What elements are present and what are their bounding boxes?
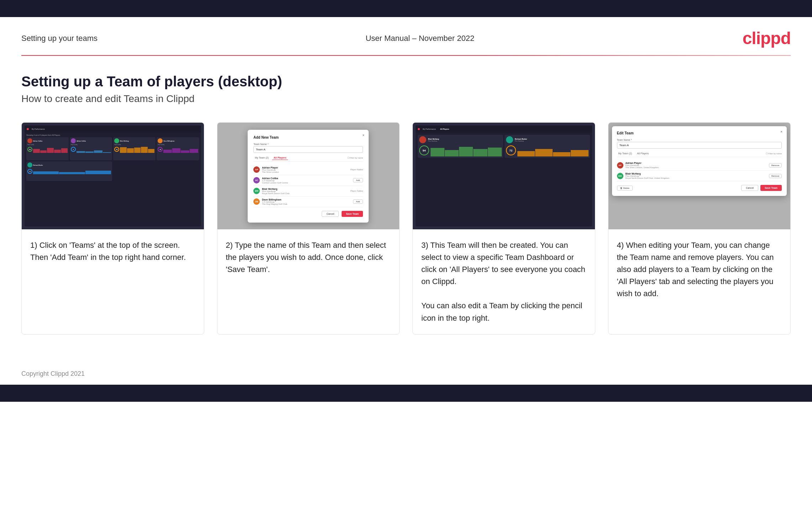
footer: Copyright Clippd 2021 [0, 363, 812, 385]
avatar: AP [617, 162, 623, 169]
card-1-text: 1) Click on 'Teams' at the top of the sc… [22, 229, 204, 334]
modal-close-icon[interactable]: × [362, 133, 364, 137]
edit-tab-all-players[interactable]: All Players [636, 151, 650, 155]
avatar: AP [253, 166, 260, 173]
team-name-label: Team Name * [253, 143, 363, 145]
card-1-screenshot: My Performance Showing 4 out of 4 player… [22, 123, 204, 229]
add-player-button[interactable]: Add [353, 199, 363, 204]
cards-grid: My Performance Showing 4 out of 4 player… [21, 122, 791, 335]
avatar-4 [158, 138, 163, 143]
delete-button[interactable]: 🗑 Delete [617, 186, 633, 191]
avatar: BM [617, 173, 623, 179]
card-3: My Performance All Players Blair McHarg … [412, 122, 595, 335]
card-4: Edit Team × Team Name * Team A My Team (… [608, 122, 791, 335]
page-subtitle: How to create and edit Teams in Clippd [21, 93, 791, 105]
card-2-screenshot: Add New Team × Team Name * Team A My Tea… [217, 123, 400, 229]
avatar-2 [71, 138, 76, 143]
edit-modal-footer: 🗑 Delete Cancel Save Team [617, 185, 782, 191]
modal-tabs: My Team (2) All Players ☐ Filter by name [253, 156, 363, 162]
ss3-player-card-2: Richard Butler Plus Handicap 72 [505, 135, 590, 158]
edit-filter[interactable]: ☐ Filter by name [766, 152, 782, 155]
edit-modal-tabs: My Team (2) All Players ☐ Filter by name [617, 151, 782, 157]
modal-footer: Cancel Save Team [253, 211, 363, 217]
edit-modal-title: Edit Team [617, 131, 782, 135]
bottom-bar [0, 385, 812, 402]
edit-save-team-button[interactable]: Save Team [760, 185, 782, 191]
list-item: AP Adrian Player Plus Handicap The Shire… [253, 165, 363, 175]
card-4-text: 4) When editing your Team, you can chang… [608, 229, 791, 334]
nav-dot [27, 128, 29, 130]
edit-player-list: AP Adrian Player Plus Handicap The Shire… [617, 160, 782, 181]
remove-player-button[interactable]: Remove [769, 174, 782, 178]
cancel-button[interactable]: Cancel [322, 211, 339, 217]
copyright-label: Copyright Clippd 2021 [21, 370, 85, 377]
header-manual-label: User Manual – November 2022 [365, 34, 474, 43]
header-section-label: Setting up your teams [21, 34, 97, 43]
avatar-5 [27, 162, 32, 167]
header: Setting up your teams User Manual – Nove… [0, 17, 812, 55]
player-list: AP Adrian Player Plus Handicap The Shire… [253, 165, 363, 207]
ss3-player-card-1: Blair McHarg Plus Handicap 94 [418, 135, 503, 158]
card-2-text: 2) Type the name of this Team and then s… [217, 229, 400, 334]
tab-all-players[interactable]: All Players [272, 156, 288, 160]
avatar: BM [253, 188, 260, 194]
tab-my-team[interactable]: My Team (2) [253, 156, 270, 160]
edit-team-name-input[interactable]: Team A [617, 142, 782, 149]
edit-modal-close-icon[interactable]: × [780, 130, 782, 134]
player-added-label: Player Added [350, 169, 363, 171]
avatar-1 [27, 138, 32, 143]
nav-label: My Performance [32, 128, 45, 130]
team-name-input[interactable]: Team A [253, 146, 363, 153]
nav-bar: My Performance All Players [416, 126, 592, 133]
avatar-3 [114, 138, 119, 143]
add-player-button[interactable]: Add [353, 178, 363, 182]
avatar: AC [253, 177, 260, 183]
edit-team-modal: Edit Team × Team Name * Team A My Team (… [612, 126, 787, 196]
card-3-text: 3) This Team will then be created. You c… [413, 229, 595, 334]
save-team-button[interactable]: Save Team [342, 211, 363, 217]
edit-team-name-label: Team Name * [617, 139, 782, 141]
list-item: BM Blair McHarg Plus Handicap Royal Nort… [617, 171, 782, 181]
modal-title: Add New Team [253, 135, 363, 139]
card-2: Add New Team × Team Name * Team A My Tea… [217, 122, 400, 335]
card-3-screenshot: My Performance All Players Blair McHarg … [413, 123, 595, 229]
ss1-subtitle: Showing 4 out of 4 players from All Play… [26, 134, 199, 136]
list-item: AC Adrian Coliba 1.5 Handicap Central Lo… [253, 175, 363, 186]
list-item: AP Adrian Player Plus Handicap The Shire… [617, 160, 782, 171]
player-added-label: Player Added [350, 190, 363, 192]
edit-cancel-button[interactable]: Cancel [741, 185, 758, 191]
list-item: DB Dave Billingham 1.5 Handicap The Dog … [253, 197, 363, 207]
card-4-screenshot: Edit Team × Team Name * Team A My Team (… [608, 123, 791, 229]
edit-tab-my-team[interactable]: My Team (2) [617, 151, 634, 155]
header-logo: clippd [743, 28, 791, 48]
page-title: Setting up a Team of players (desktop) [21, 74, 791, 90]
remove-player-button[interactable]: Remove [769, 163, 782, 167]
top-bar [0, 0, 812, 17]
card-1: My Performance Showing 4 out of 4 player… [21, 122, 204, 335]
add-team-modal: Add New Team × Team Name * Team A My Tea… [248, 130, 369, 223]
list-item: BM Blair McHarg Plus Handicap Royal Nort… [253, 186, 363, 197]
main-content: Setting up a Team of players (desktop) H… [0, 56, 812, 363]
avatar: DB [253, 198, 260, 205]
filter-by-name[interactable]: ☐ Filter by name [347, 156, 363, 159]
trash-icon: 🗑 [620, 187, 622, 189]
